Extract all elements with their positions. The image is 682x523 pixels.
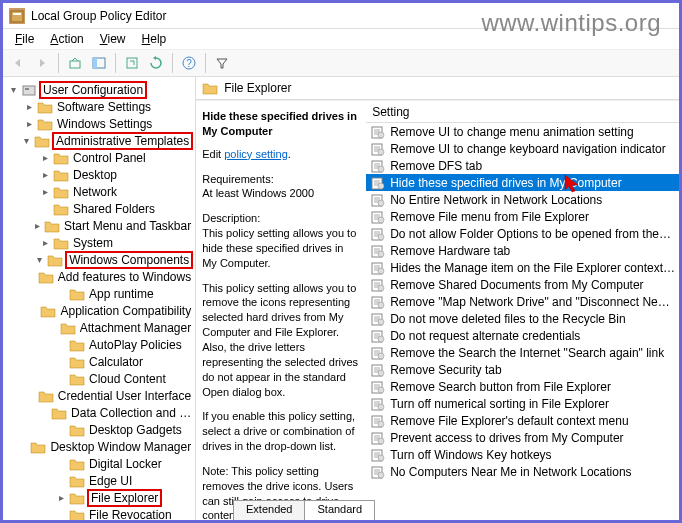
tree-desktop[interactable]: ▸Desktop (3, 166, 195, 183)
expand-icon[interactable] (24, 441, 29, 452)
setting-icon (370, 278, 386, 292)
tree-control-panel[interactable]: ▸Control Panel (3, 149, 195, 166)
expand-icon[interactable] (55, 424, 67, 435)
tab-extended[interactable]: Extended (233, 500, 305, 520)
tree-label: AutoPlay Policies (87, 338, 184, 352)
expand-icon[interactable]: ▸ (55, 492, 67, 503)
tree-label: Start Menu and Taskbar (62, 219, 193, 233)
tree-pane[interactable]: ▾User Configuration▸Software Settings▸Wi… (3, 77, 196, 520)
svg-point-49 (378, 251, 384, 257)
expand-icon[interactable] (55, 288, 67, 299)
tree-add-features[interactable]: Add features to Windows (3, 268, 195, 285)
folder-icon (69, 508, 85, 521)
setting-row[interactable]: Hides the Manage item on the File Explor… (366, 259, 679, 276)
tab-standard[interactable]: Standard (304, 500, 375, 520)
edit-policy-link[interactable]: policy setting (224, 148, 288, 160)
setting-row[interactable]: Remove Hardware tab (366, 242, 679, 259)
tree-desktop-window-manager[interactable]: Desktop Window Manager (3, 438, 195, 455)
description-p3: If you enable this policy setting, selec… (202, 409, 360, 454)
folder-icon (69, 355, 85, 369)
expand-icon[interactable] (55, 373, 67, 384)
tree-autoplay-policies[interactable]: AutoPlay Policies (3, 336, 195, 353)
settings-list[interactable]: Remove UI to change menu animation setti… (366, 123, 679, 520)
setting-row[interactable]: Do not move deleted files to the Recycle… (366, 310, 679, 327)
setting-row[interactable]: Remove File Explorer's default context m… (366, 412, 679, 429)
expand-icon[interactable]: ▸ (39, 237, 51, 248)
setting-row[interactable]: Remove DFS tab (366, 157, 679, 174)
tree-credential-ui[interactable]: Credential User Interface (3, 387, 195, 404)
setting-row[interactable]: Remove Search button from File Explorer (366, 378, 679, 395)
menu-help[interactable]: Help (134, 30, 175, 48)
expand-icon[interactable] (55, 339, 67, 350)
expand-icon[interactable] (48, 322, 58, 333)
tree-digital-locker[interactable]: Digital Locker (3, 455, 195, 472)
expand-icon[interactable]: ▸ (39, 186, 51, 197)
tree-desktop-gadgets[interactable]: Desktop Gadgets (3, 421, 195, 438)
tree-file-revocation[interactable]: File Revocation (3, 506, 195, 520)
tree-software-settings[interactable]: ▸Software Settings (3, 98, 195, 115)
menu-file[interactable]: File (7, 30, 42, 48)
tree-network[interactable]: ▸Network (3, 183, 195, 200)
expand-icon[interactable]: ▾ (21, 135, 32, 146)
expand-icon[interactable]: ▸ (23, 118, 35, 129)
tree-application-compatibility[interactable]: Application Compatibility (3, 302, 195, 319)
tree-user-configuration[interactable]: ▾User Configuration (3, 81, 195, 98)
expand-icon[interactable] (55, 458, 67, 469)
setting-row[interactable]: Turn off numerical sorting in File Explo… (366, 395, 679, 412)
setting-icon (370, 312, 386, 326)
expand-icon[interactable]: ▾ (7, 84, 19, 95)
expand-icon[interactable] (30, 390, 36, 401)
expand-icon[interactable]: ▸ (23, 101, 35, 112)
tree-administrative-templates[interactable]: ▾Administrative Templates (3, 132, 195, 149)
tree-start-menu[interactable]: ▸Start Menu and Taskbar (3, 217, 195, 234)
tree-windows-settings[interactable]: ▸Windows Settings (3, 115, 195, 132)
menu-action[interactable]: Action (42, 30, 91, 48)
setting-row[interactable]: Remove Security tab (366, 361, 679, 378)
expand-icon[interactable]: ▸ (39, 169, 51, 180)
expand-icon[interactable] (30, 271, 36, 282)
toolbar-separator (58, 53, 59, 73)
setting-row[interactable]: Remove File menu from File Explorer (366, 208, 679, 225)
setting-row[interactable]: No Computers Near Me in Network Location… (366, 463, 679, 480)
tree-windows-components[interactable]: ▾Windows Components (3, 251, 195, 268)
settings-header[interactable]: Setting (366, 101, 679, 123)
folder-icon (69, 338, 85, 352)
expand-icon[interactable] (40, 407, 49, 418)
up-button[interactable] (64, 52, 86, 74)
expand-icon[interactable] (55, 475, 67, 486)
expand-icon[interactable] (32, 305, 39, 316)
setting-row[interactable]: No Entire Network in Network Locations (366, 191, 679, 208)
setting-row[interactable]: Hide these specified drives in My Comput… (366, 174, 679, 191)
setting-row[interactable]: Turn off Windows Key hotkeys (366, 446, 679, 463)
tree-file-explorer[interactable]: ▸File Explorer (3, 489, 195, 506)
tree-system[interactable]: ▸System (3, 234, 195, 251)
setting-row[interactable]: Remove Shared Documents from My Computer (366, 276, 679, 293)
tree-data-collection[interactable]: Data Collection and … (3, 404, 195, 421)
expand-icon[interactable]: ▾ (35, 254, 46, 265)
show-hide-tree-button[interactable] (88, 52, 110, 74)
tree-app-runtime[interactable]: App runtime (3, 285, 195, 302)
setting-row[interactable]: Remove UI to change menu animation setti… (366, 123, 679, 140)
setting-row[interactable]: Prevent access to drives from My Compute… (366, 429, 679, 446)
expand-icon[interactable] (55, 509, 67, 520)
export-button[interactable] (121, 52, 143, 74)
setting-row[interactable]: Remove the Search the Internet "Search a… (366, 344, 679, 361)
tree-cloud-content[interactable]: Cloud Content (3, 370, 195, 387)
setting-row[interactable]: Do not request alternate credentials (366, 327, 679, 344)
tree-edge-ui[interactable]: Edge UI (3, 472, 195, 489)
expand-icon[interactable]: ▸ (32, 220, 42, 231)
tree-calculator[interactable]: Calculator (3, 353, 195, 370)
filter-button[interactable] (211, 52, 233, 74)
tree-shared-folders[interactable]: Shared Folders (3, 200, 195, 217)
setting-row[interactable]: Remove UI to change keyboard navigation … (366, 140, 679, 157)
expand-icon[interactable] (55, 356, 67, 367)
tree-label: Shared Folders (71, 202, 157, 216)
menu-view[interactable]: View (92, 30, 134, 48)
expand-icon[interactable]: ▸ (39, 152, 51, 163)
refresh-button[interactable] (145, 52, 167, 74)
setting-row[interactable]: Do not allow Folder Options to be opened… (366, 225, 679, 242)
expand-icon[interactable] (39, 203, 51, 214)
tree-attachment-manager[interactable]: Attachment Manager (3, 319, 195, 336)
setting-row[interactable]: Remove "Map Network Drive" and "Disconne… (366, 293, 679, 310)
help-button[interactable]: ? (178, 52, 200, 74)
